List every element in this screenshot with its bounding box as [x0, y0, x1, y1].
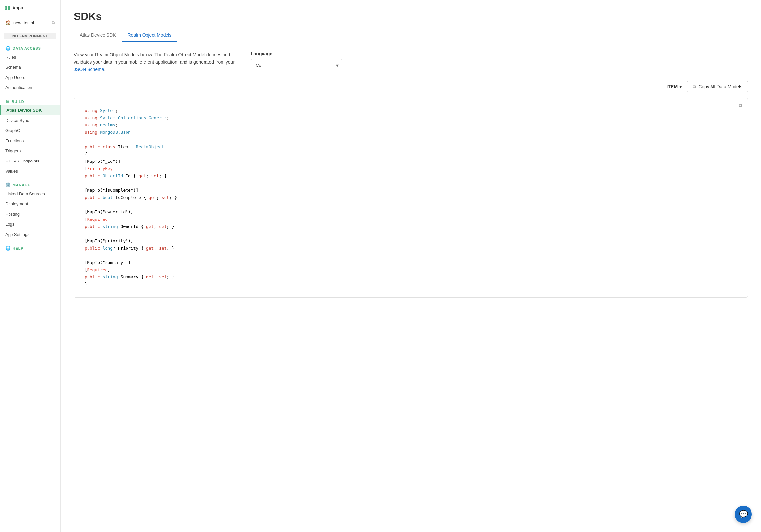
sidebar-item-atlas-device-sdk[interactable]: Atlas Device SDK [0, 105, 60, 115]
sidebar-section-help: 🌐 HELP [0, 242, 60, 252]
sidebar-item-functions[interactable]: Functions [0, 135, 60, 146]
apps-icon [5, 6, 10, 10]
chat-fab[interactable]: 💬 [735, 506, 752, 523]
sidebar-apps-label: Apps [13, 5, 23, 11]
json-schema-link[interactable]: JSON Schema [74, 67, 104, 72]
sidebar-section-title-manage: ⚙️ MANAGE [5, 183, 55, 187]
sidebar-item-rules[interactable]: Rules [0, 52, 60, 62]
sidebar-item-triggers[interactable]: Triggers [0, 146, 60, 156]
copy-code-icon[interactable]: ⧉ [739, 102, 742, 111]
sidebar-item-app-settings[interactable]: App Settings [0, 229, 60, 239]
language-select-wrapper: C# Java Kotlin Swift JavaScript TypeScri… [251, 59, 342, 72]
sidebar-item-linked-data-sources[interactable]: Linked Data Sources [0, 189, 60, 199]
sidebar-section-title-build: 🖥 BUILD [5, 99, 55, 104]
language-label: Language [251, 51, 342, 56]
sidebar-item-authentication[interactable]: Authentication [0, 82, 60, 93]
language-select[interactable]: C# Java Kotlin Swift JavaScript TypeScri… [251, 59, 342, 72]
chevron-down-icon: ▾ [679, 84, 682, 89]
code-block: using System;using System.Collections.Ge… [85, 107, 737, 288]
data-access-icon: 🌐 [5, 46, 11, 51]
sidebar-item-values[interactable]: Values [0, 166, 60, 176]
description-section: View your Realm Object Models below. The… [74, 51, 748, 73]
tab-atlas-device-sdk[interactable]: Atlas Device SDK [74, 29, 122, 42]
sidebar-section-title-help: 🌐 HELP [5, 246, 55, 251]
build-icon: 🖥 [5, 99, 10, 104]
manage-icon: ⚙️ [5, 183, 11, 187]
item-controls: ITEM ▾ ⧉ Copy All Data Models [74, 81, 748, 92]
page-title: SDKs [74, 11, 748, 23]
sidebar: Apps 🏠 new_templ... ⧉ NO ENVIRONMENT 🌐 D… [0, 0, 61, 532]
tabs: Atlas Device SDK Realm Object Models [74, 29, 748, 42]
item-dropdown[interactable]: ITEM ▾ [666, 84, 682, 89]
chat-icon: 💬 [739, 510, 748, 518]
sidebar-item-graphql[interactable]: GraphQL [0, 126, 60, 135]
copy-project-icon[interactable]: ⧉ [52, 20, 55, 25]
sidebar-apps[interactable]: Apps [0, 0, 60, 16]
tab-realm-object-models[interactable]: Realm Object Models [122, 29, 177, 42]
sidebar-item-schema[interactable]: Schema [0, 62, 60, 73]
sidebar-item-app-users[interactable]: App Users [0, 73, 60, 82]
main-content: SDKs Atlas Device SDK Realm Object Model… [61, 0, 761, 532]
sidebar-item-deployment[interactable]: Deployment [0, 199, 60, 209]
environment-badge: NO ENVIRONMENT [4, 33, 56, 39]
sidebar-project: 🏠 new_templ... ⧉ [0, 16, 60, 29]
sidebar-item-logs[interactable]: Logs [0, 219, 60, 229]
description-text: View your Realm Object Models below. The… [74, 51, 238, 73]
help-icon: 🌐 [5, 246, 11, 251]
project-name: new_templ... [14, 20, 49, 25]
sidebar-section-build: 🖥 BUILD [0, 96, 60, 105]
code-container: ⧉ using System;using System.Collections.… [74, 98, 748, 297]
sidebar-item-hosting[interactable]: Hosting [0, 209, 60, 219]
sidebar-section-title-data-access: 🌐 DATA ACCESS [5, 46, 55, 51]
sidebar-section-manage: ⚙️ MANAGE [0, 179, 60, 189]
home-icon: 🏠 [5, 20, 11, 25]
sidebar-section-data-access: 🌐 DATA ACCESS [0, 43, 60, 52]
copy-icon: ⧉ [692, 84, 696, 89]
sidebar-item-https-endpoints[interactable]: HTTPS Endpoints [0, 156, 60, 166]
language-section: Language C# Java Kotlin Swift JavaScript… [251, 51, 342, 72]
sidebar-item-device-sync[interactable]: Device Sync [0, 115, 60, 126]
copy-all-button[interactable]: ⧉ Copy All Data Models [687, 81, 748, 92]
